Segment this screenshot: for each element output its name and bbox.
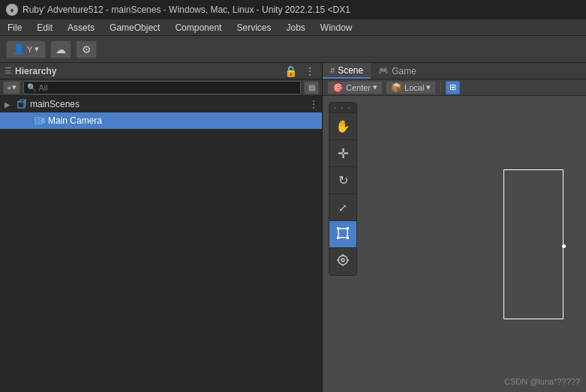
move-tool-button[interactable]: ✛ <box>329 140 356 167</box>
cloud-icon: ☁ <box>56 43 66 55</box>
svg-rect-0 <box>18 102 24 108</box>
rect-tool-button[interactable] <box>329 221 356 248</box>
camera-name: Main Camera <box>48 115 102 126</box>
menu-file[interactable]: File <box>0 19 29 35</box>
tab-game[interactable]: 🎮 Game <box>371 63 424 79</box>
svg-point-9 <box>341 259 344 262</box>
local-icon: 📦 <box>391 82 402 93</box>
hierarchy-grid-icon: ☰ <box>5 66 12 76</box>
scene-tabs: # Scene 🎮 Game <box>323 63 586 79</box>
hierarchy-toolbar: + ▾ 🔍 ▤ <box>0 79 322 96</box>
transform-tool-button[interactable] <box>329 248 356 275</box>
search-icon: 🔍 <box>27 83 36 91</box>
menu-gameobject[interactable]: GameObject <box>102 19 167 35</box>
scene-name: mainScenes <box>30 99 302 109</box>
tab-scene[interactable]: # Scene <box>323 63 371 79</box>
account-icon: 👤 <box>13 43 25 55</box>
menu-services[interactable]: Services <box>229 19 278 35</box>
menu-component[interactable]: Component <box>167 19 229 35</box>
rect-icon <box>336 226 350 242</box>
rotate-tool-button[interactable]: ↻ <box>329 167 356 194</box>
drag-dots-icon: • • • <box>335 104 352 111</box>
hierarchy-menu-button[interactable]: ⋮ <box>302 65 317 77</box>
toolbar: 👤 Y ▾ ☁ ⚙ <box>0 36 586 63</box>
search-box: 🔍 <box>23 81 301 94</box>
rotate-icon: ↻ <box>338 173 348 187</box>
scene-menu-button[interactable]: ⋮ <box>305 98 322 110</box>
menu-assets[interactable]: Assets <box>60 19 102 35</box>
pivot-icon: 🎯 <box>332 82 344 93</box>
settings-button[interactable]: ⚙ <box>76 40 97 58</box>
settings-icon: ⚙ <box>82 43 92 55</box>
svg-rect-7 <box>347 237 349 239</box>
menu-bar: File Edit Assets GameObject Component Se… <box>0 19 586 36</box>
menu-window[interactable]: Window <box>313 19 360 35</box>
search-input[interactable] <box>38 83 297 92</box>
main-area: ☰ Hierarchy 🔒 ⋮ + ▾ 🔍 ▤ ▶ <box>0 63 586 392</box>
watermark: CSDN @luna*????? <box>504 377 580 386</box>
hierarchy-header: ☰ Hierarchy 🔒 ⋮ <box>0 63 322 79</box>
title-bar: ♦ Ruby' Adventure512 - mainScenes - Wind… <box>0 0 586 19</box>
local-global-button[interactable]: 📦 Local ▾ <box>386 81 436 94</box>
scene-expand-arrow: ▶ <box>5 100 14 109</box>
hierarchy-content: ▶ mainScenes ⋮ <box>0 96 322 392</box>
hierarchy-title: Hierarchy <box>15 66 279 76</box>
account-button[interactable]: 👤 Y ▾ <box>6 40 46 58</box>
svg-rect-5 <box>347 227 349 229</box>
filter-button[interactable]: ▤ <box>304 81 319 94</box>
scene-viewport: • • • ✋ ✛ ↻ ⤢ <box>323 96 586 392</box>
scene-tab-icon: # <box>330 66 335 75</box>
center-pivot-button[interactable]: 🎯 Center ▾ <box>327 81 383 94</box>
camera-row[interactable]: Main Camera <box>0 112 322 129</box>
svg-rect-1 <box>35 118 42 124</box>
move-icon: ✛ <box>338 145 349 162</box>
menu-edit[interactable]: Edit <box>29 19 60 35</box>
hand-icon: ✋ <box>335 119 350 133</box>
cloud-button[interactable]: ☁ <box>50 40 71 58</box>
scene-panel: # Scene 🎮 Game 🎯 Center ▾ 📦 Local ▾ ⊞ <box>323 63 586 392</box>
svg-point-8 <box>338 256 347 265</box>
add-object-button[interactable]: + ▾ <box>3 81 20 94</box>
scene-handle-dot <box>562 244 566 248</box>
unity-logo-icon: ♦ <box>6 4 18 16</box>
hand-tool-button[interactable]: ✋ <box>329 113 356 140</box>
transform-icon <box>336 253 350 270</box>
scene-object-bounds <box>503 169 563 319</box>
controls-divider <box>440 82 441 93</box>
svg-point-2 <box>38 119 41 122</box>
game-tab-icon: 🎮 <box>378 66 389 76</box>
svg-rect-6 <box>337 237 339 239</box>
svg-rect-4 <box>337 227 339 229</box>
window-title: Ruby' Adventure512 - mainScenes - Window… <box>23 4 580 15</box>
palette-drag-handle[interactable]: • • • <box>329 103 356 113</box>
tool-palette: • • • ✋ ✛ ↻ ⤢ <box>329 102 357 276</box>
hierarchy-panel: ☰ Hierarchy 🔒 ⋮ + ▾ 🔍 ▤ ▶ <box>0 63 323 392</box>
scale-icon: ⤢ <box>338 202 347 214</box>
scale-tool-button[interactable]: ⤢ <box>329 194 356 221</box>
scene-cube-icon <box>17 99 27 109</box>
camera-icon <box>35 115 45 126</box>
scene-controls: 🎯 Center ▾ 📦 Local ▾ ⊞ <box>323 79 586 96</box>
hierarchy-lock-button[interactable]: 🔒 <box>282 65 299 77</box>
scene-row[interactable]: ▶ mainScenes ⋮ <box>0 96 322 112</box>
gizmo-button[interactable]: ⊞ <box>446 81 460 94</box>
svg-rect-3 <box>338 229 347 238</box>
gizmo-icon: ⊞ <box>449 82 456 92</box>
menu-jobs[interactable]: Jobs <box>278 19 312 35</box>
